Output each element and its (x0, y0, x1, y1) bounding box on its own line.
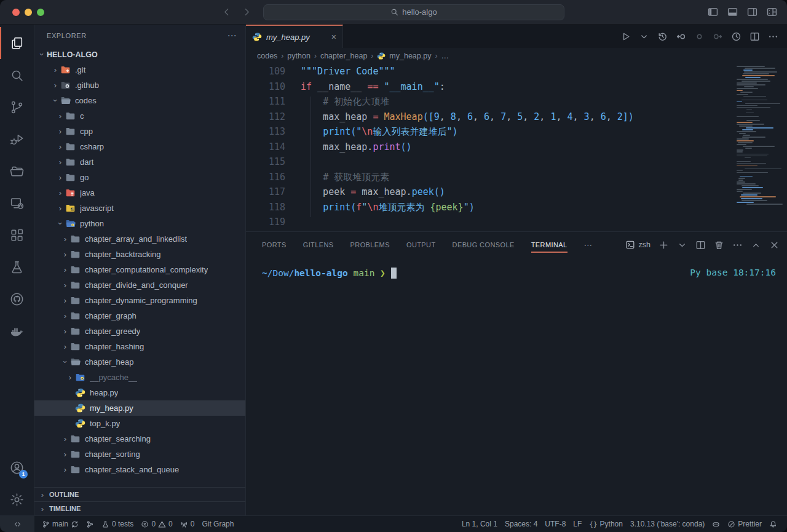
tree-item-chapter-searching[interactable]: ›chapter_searching (34, 431, 245, 447)
maximize-panel-icon[interactable] (751, 240, 761, 250)
code-line[interactable]: 118 print(f"\n堆顶元素为 {peek}") (246, 200, 787, 215)
line-number[interactable]: 116 (246, 170, 285, 185)
panel-tab-ports[interactable]: PORTS (262, 232, 287, 258)
activity-item-explorer[interactable] (0, 27, 34, 59)
line-number[interactable]: 113 (246, 124, 285, 140)
statusbar-remote-indicator[interactable] (0, 516, 34, 532)
line-number[interactable]: 115 (246, 154, 285, 170)
tree-item--pycache-[interactable]: ›__pycache__ (34, 370, 245, 385)
tree-item-java[interactable]: ›java (34, 185, 245, 200)
statusbar-python-interpreter[interactable]: 3.10.13 ('base': conda) (627, 516, 708, 532)
code-line[interactable]: 117 peek = max_heap.peek() (246, 185, 787, 200)
more-actions-icon[interactable] (768, 31, 778, 42)
tree-item-heap-py[interactable]: heap.py (34, 385, 245, 400)
breadcrumb-item[interactable]: my_heap.py (389, 52, 431, 60)
code-line[interactable]: 116 # 获取堆顶元素 (246, 170, 787, 185)
toggle-primary-sidebar-icon[interactable] (708, 7, 718, 17)
tree-item--git[interactable]: ›.git (34, 62, 245, 77)
tree-item-chapter-array-and-linkedlist[interactable]: ›chapter_array_and_linkedlist (34, 231, 245, 247)
tree-item-cpp[interactable]: ›cpp (34, 124, 245, 139)
activity-item-github[interactable] (0, 283, 34, 315)
tree-item-chapter-greedy[interactable]: ›chapter_greedy (34, 324, 245, 339)
tree-item-csharp[interactable]: ›csharp (34, 139, 245, 154)
line-number[interactable]: 118 (246, 200, 285, 215)
kill-terminal-icon[interactable] (714, 240, 724, 250)
activity-item-remote-explorer[interactable] (0, 187, 34, 219)
line-number[interactable]: 111 (246, 94, 285, 109)
activity-item-run-debug[interactable] (0, 123, 34, 155)
tree-item-python[interactable]: ›python (34, 216, 245, 231)
close-window-button[interactable] (12, 9, 20, 16)
statusbar-notifications[interactable] (765, 516, 781, 532)
toggle-secondary-sidebar-icon[interactable] (747, 7, 757, 17)
tree-item-javascript[interactable]: ›JSjavascript (34, 200, 245, 216)
file-history-icon[interactable] (657, 31, 668, 42)
new-terminal-icon[interactable] (658, 240, 669, 250)
code-line[interactable]: 115 (246, 154, 787, 170)
outline-section[interactable]: › OUTLINE (34, 487, 245, 501)
split-terminal-icon[interactable] (695, 240, 706, 250)
statusbar-prettier-status[interactable]: Prettier (724, 516, 765, 532)
navigate-back-icon[interactable] (221, 7, 232, 17)
activity-item-extensions[interactable] (0, 219, 34, 251)
close-panel-icon[interactable] (769, 240, 780, 250)
tree-item-go[interactable]: ›go (34, 170, 245, 185)
statusbar-eol[interactable]: LF (569, 516, 585, 532)
line-number[interactable]: 112 (246, 109, 285, 125)
panel-tab-output[interactable]: OUTPUT (406, 232, 436, 258)
run-dropdown-icon[interactable] (639, 31, 649, 42)
line-number[interactable]: 110 (246, 79, 285, 95)
navigate-forward-icon[interactable] (242, 7, 252, 17)
terminal-more-actions-icon[interactable] (732, 240, 743, 250)
panel-tab-debug-console[interactable]: DEBUG CONSOLE (453, 232, 515, 258)
breadcrumb-item[interactable]: … (441, 52, 449, 60)
terminal-picker-icon[interactable] (677, 240, 687, 250)
activity-item-docker[interactable] (0, 315, 34, 347)
line-number[interactable]: 114 (246, 140, 285, 155)
breadcrumb-item[interactable]: chapter_heap (320, 52, 367, 60)
statusbar-encoding[interactable]: UTF-8 (541, 516, 569, 532)
statusbar-git-branch-status[interactable]: main (38, 516, 82, 532)
active-terminal[interactable]: zsh (625, 240, 651, 250)
line-number[interactable]: 119 (246, 215, 285, 230)
activity-item-accounts[interactable]: 1 (0, 451, 34, 483)
statusbar-copilot-status[interactable] (708, 516, 724, 532)
code-line[interactable]: 111 # 初始化大顶堆 (246, 94, 787, 109)
breadcrumb-item[interactable]: python (287, 52, 310, 60)
tree-item-chapter-computational-complexity[interactable]: ›chapter_computational_complexity (34, 262, 245, 277)
activity-item-settings[interactable] (0, 483, 34, 515)
run-python-file-icon[interactable] (620, 31, 631, 42)
statusbar-source-control-graph[interactable] (82, 516, 98, 532)
activity-item-testing[interactable] (0, 251, 34, 283)
next-change-icon[interactable] (713, 31, 723, 42)
statusbar-problems-status[interactable]: 00 (137, 516, 176, 532)
panel-tab-terminal[interactable]: TERMINAL (531, 232, 568, 258)
terminal[interactable]: ~/Dow/hello-algo main ❯ Py base 18:17:16 (246, 258, 787, 515)
open-changes-icon[interactable] (676, 31, 686, 42)
minimap[interactable] (737, 64, 783, 210)
statusbar-git-graph-button[interactable]: Git Graph (198, 516, 237, 532)
code-line[interactable]: 114 max_heap.print() (246, 140, 787, 155)
code-line[interactable]: 110if __name__ == "__main__": (246, 79, 787, 95)
statusbar-indentation[interactable]: Spaces: 4 (501, 516, 541, 532)
tab-my-heap-py[interactable]: my_heap.py × (246, 25, 343, 48)
panel-more-tabs[interactable]: ⋯ (584, 240, 593, 250)
close-tab-icon[interactable]: × (331, 32, 336, 42)
zoom-window-button[interactable] (37, 9, 44, 16)
tree-item-chapter-hashing[interactable]: ›chapter_hashing (34, 339, 245, 354)
code-line[interactable]: 112 max_heap = MaxHeap([9, 8, 6, 6, 7, 5… (246, 109, 787, 125)
tree-item-chapter-dynamic-programming[interactable]: ›chapter_dynamic_programming (34, 293, 245, 308)
tree-item-chapter-sorting[interactable]: ›chapter_sorting (34, 447, 245, 462)
line-number[interactable]: 117 (246, 185, 285, 200)
statusbar-cursor-position[interactable]: Ln 1, Col 1 (458, 516, 501, 532)
previous-change-icon[interactable] (694, 31, 705, 42)
tree-item-codes[interactable]: ›codes (34, 93, 245, 108)
tree-item-chapter-divide-and-conquer[interactable]: ›chapter_divide_and_conquer (34, 277, 245, 293)
tree-item-my-heap-py[interactable]: my_heap.py (34, 400, 245, 416)
tree-item-dart[interactable]: ›dart (34, 154, 245, 170)
activity-item-source-control[interactable] (0, 91, 34, 123)
tree-item-hello-algo[interactable]: ›HELLO-ALGO (34, 47, 245, 62)
code-editor[interactable]: 109"""Driver Code"""110if __name__ == "_… (246, 64, 787, 231)
split-editor-icon[interactable] (749, 31, 760, 42)
statusbar-language-mode[interactable]: {}Python (585, 516, 627, 532)
